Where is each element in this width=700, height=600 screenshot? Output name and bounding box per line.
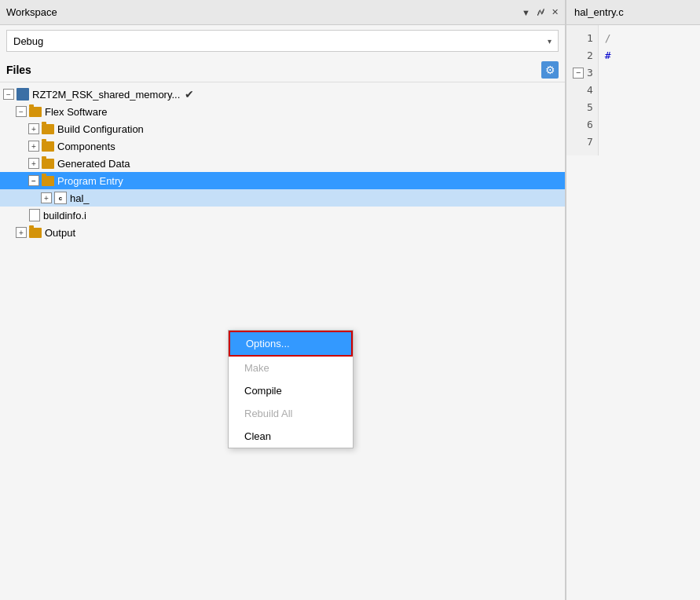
- root-label: RZT2M_RSK_shared_memory...: [32, 89, 180, 101]
- context-menu: Options... Make Compile Rebuild All Clea…: [228, 330, 354, 448]
- file-icon-buildinfo: [29, 209, 40, 221]
- workspace-panel: Workspace ▼ 🗲 ✕ Debug ▾ Files ⚙ − RZT2M_…: [0, 0, 566, 600]
- cube-icon: [16, 88, 29, 101]
- workspace-title: Workspace: [6, 6, 57, 18]
- line-numbers: 1 2 −3 4 5 6 7: [566, 25, 599, 155]
- editor-tab[interactable]: hal_entry.c: [566, 0, 700, 25]
- folder-icon-components: [42, 141, 54, 152]
- code-line-7: [605, 134, 611, 151]
- folder-icon-generated-data: [42, 159, 54, 169]
- hal-entry-label: hal_: [70, 192, 90, 204]
- build-config-label: Build Configuration: [57, 123, 144, 135]
- line-num-6: 6: [573, 116, 593, 134]
- debug-dropdown[interactable]: Debug ▾: [6, 30, 559, 52]
- context-menu-item-clean[interactable]: Clean: [229, 425, 353, 448]
- line-num-4: 4: [573, 82, 593, 99]
- expander-output[interactable]: +: [16, 227, 27, 238]
- context-menu-item-options[interactable]: Options...: [229, 331, 353, 357]
- output-label: Output: [45, 227, 75, 239]
- folder-icon-flex-software: [29, 107, 42, 117]
- c-file-icon-hal-entry: c: [54, 192, 67, 204]
- debug-label: Debug: [13, 35, 43, 47]
- gear-icon[interactable]: ⚙: [541, 61, 559, 79]
- editor-tab-label: hal_entry.c: [574, 6, 624, 18]
- folder-icon-program-entry: [42, 176, 54, 186]
- tree-item-build-config[interactable]: + Build Configuration: [0, 120, 565, 137]
- line-num-1: 1: [573, 30, 593, 47]
- program-entry-label: Program Entry: [57, 175, 123, 187]
- titlebar-icons: ▼ 🗲 ✕: [522, 7, 559, 17]
- folder-icon-build-config: [42, 124, 54, 134]
- tree-item-root[interactable]: − RZT2M_RSK_shared_memory... ✔: [0, 86, 565, 103]
- components-label: Components: [57, 141, 115, 152]
- code-line-6: [605, 116, 611, 134]
- expander-root[interactable]: −: [3, 89, 14, 100]
- tree-item-flex-software[interactable]: − Flex Software: [0, 103, 565, 120]
- dropdown-icon[interactable]: ▼: [522, 8, 530, 17]
- expander-hal-entry[interactable]: +: [41, 192, 52, 203]
- close-icon[interactable]: ✕: [552, 7, 559, 17]
- expander-components[interactable]: +: [28, 141, 39, 152]
- collapse-icon[interactable]: −: [573, 68, 584, 79]
- code-line-1: /: [605, 30, 611, 47]
- context-menu-item-make[interactable]: Make: [229, 357, 353, 379]
- code-line-2: #: [605, 47, 611, 64]
- tree-item-generated-data[interactable]: + Generated Data: [0, 155, 565, 172]
- code-line-4: [605, 82, 611, 99]
- folder-icon-output: [29, 228, 42, 238]
- line-num-3: −3: [573, 64, 593, 82]
- line-num-7: 7: [573, 134, 593, 151]
- pin-icon[interactable]: 🗲: [537, 8, 545, 17]
- tree-item-program-entry[interactable]: − Program Entry: [0, 172, 565, 189]
- line-num-2: 2: [573, 47, 593, 64]
- tree-item-hal-entry[interactable]: + c hal_: [0, 189, 565, 207]
- tree-item-buildinfo[interactable]: buildinfo.i: [0, 207, 565, 224]
- expander-program-entry[interactable]: −: [28, 175, 39, 186]
- code-area: 1 2 −3 4 5 6 7 / #: [566, 25, 700, 155]
- dropdown-arrow-icon: ▾: [548, 37, 552, 46]
- tree-item-output[interactable]: + Output: [0, 224, 565, 241]
- workspace-titlebar: Workspace ▼ 🗲 ✕: [0, 0, 565, 25]
- files-header: Files ⚙: [0, 57, 565, 82]
- editor-panel: hal_entry.c 1 2 −3 4 5 6 7 / #: [566, 0, 700, 600]
- expander-flex-software[interactable]: −: [16, 106, 27, 117]
- context-menu-item-rebuild-all[interactable]: Rebuild All: [229, 402, 353, 425]
- code-line-5: [605, 99, 611, 116]
- flex-software-label: Flex Software: [45, 106, 107, 118]
- generated-data-label: Generated Data: [57, 158, 130, 170]
- buildinfo-label: buildinfo.i: [43, 210, 86, 221]
- expander-generated-data[interactable]: +: [28, 158, 39, 169]
- context-menu-item-compile[interactable]: Compile: [229, 379, 353, 402]
- code-lines: / #: [599, 25, 618, 155]
- tree-item-components[interactable]: + Components: [0, 137, 565, 155]
- checkmark-icon: ✔: [185, 88, 194, 101]
- expander-build-config[interactable]: +: [28, 123, 39, 134]
- code-line-3: [605, 64, 611, 82]
- files-title: Files: [6, 64, 31, 76]
- line-num-5: 5: [573, 99, 593, 116]
